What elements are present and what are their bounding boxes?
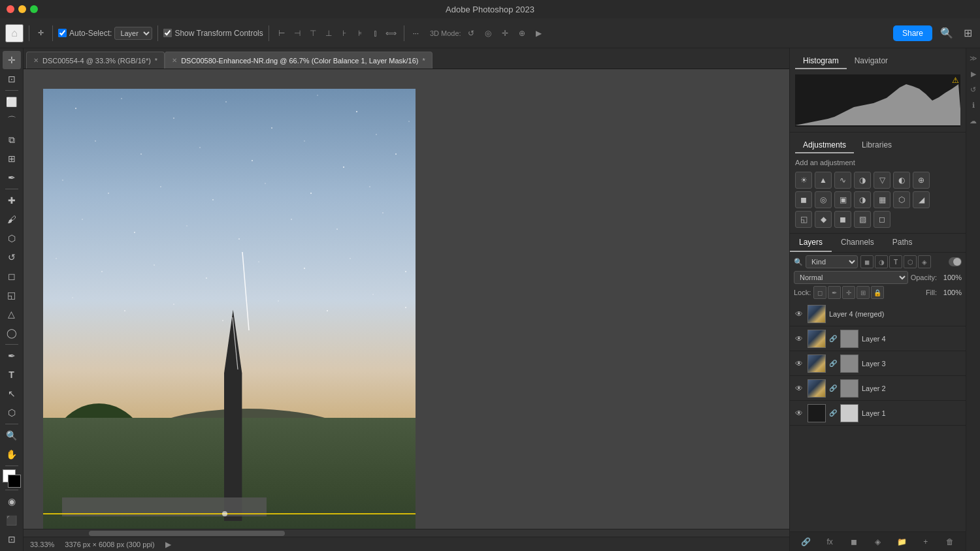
minimize-button[interactable] [18, 5, 26, 13]
layer-eye-layer1[interactable]: 👁 [794, 408, 804, 418]
tab-adjustments[interactable]: Adjustments [795, 138, 854, 153]
black-white-btn[interactable]: ◼ [795, 191, 812, 208]
align-center-v-button[interactable]: ⊦ [337, 26, 351, 40]
hsl-btn[interactable]: ◐ [893, 172, 910, 189]
orbit-3d-button[interactable]: ◎ [481, 26, 495, 40]
filter-kind-select[interactable]: Kind [806, 255, 858, 268]
panel-arrow-button[interactable]: ≫ [968, 52, 979, 64]
layer-eye-layer3[interactable]: 👁 [794, 358, 804, 369]
filter-toggle[interactable] [949, 257, 962, 266]
healing-tool[interactable]: ✚ [3, 191, 21, 210]
shape-tool[interactable]: ⬡ [3, 403, 21, 422]
crop-tool[interactable]: ⊞ [3, 150, 21, 168]
info-strip-btn[interactable]: ℹ [968, 99, 979, 111]
layer-eye-layer4[interactable]: 👁 [794, 334, 804, 344]
tab-navigator[interactable]: Navigator [847, 54, 896, 69]
invert-btn[interactable]: ▦ [874, 191, 890, 208]
status-arrow[interactable]: ▶ [165, 540, 171, 549]
horizontal-scrollbar[interactable] [24, 529, 789, 537]
screen-mode-button[interactable]: ⬛ [3, 511, 21, 529]
move-tool-button[interactable]: ✛ [35, 27, 47, 39]
photo-filter-btn[interactable]: ◎ [815, 191, 832, 208]
window-arrange-button[interactable]: ⊞ [961, 24, 975, 42]
delete-layer-button[interactable]: 🗑 [943, 535, 957, 549]
document-tab-2[interactable]: ✕ DSC00580-Enhanced-NR.dng @ 66.7% (Colo… [165, 52, 433, 69]
text-tool[interactable]: T [3, 366, 21, 384]
canvas-wrapper[interactable] [24, 69, 789, 529]
filter-pixel-btn[interactable]: ◼ [860, 255, 874, 268]
filter-smart-btn[interactable]: ◈ [918, 255, 931, 268]
curves-btn[interactable]: ∿ [834, 172, 851, 189]
color-lookup-btn[interactable]: ◑ [854, 191, 871, 208]
object-select-tool[interactable]: ⧉ [3, 131, 21, 149]
artboard-more-button[interactable]: ⊡ [3, 530, 21, 548]
align-bottom-button[interactable]: ⊧ [353, 26, 367, 40]
lasso-tool[interactable]: ⌒ [3, 112, 21, 130]
filter-type-btn[interactable]: T [889, 255, 902, 268]
path-select-tool[interactable]: ↖ [3, 385, 21, 403]
lock-artboard-btn[interactable]: ⊞ [857, 286, 870, 299]
lock-transparent-btn[interactable]: ◻ [813, 286, 826, 299]
move-tool[interactable]: ✛ [3, 51, 21, 69]
brightness-contrast-btn[interactable]: ☀ [795, 172, 812, 189]
link-layers-button[interactable]: 🔗 [798, 535, 813, 549]
gradient-tool[interactable]: ◱ [3, 286, 21, 304]
layer-item-layer4merged[interactable]: 👁 Layer 4 (merged) [790, 302, 966, 326]
add-mask-button[interactable]: ◼ [847, 535, 861, 549]
maximize-button[interactable] [30, 5, 38, 13]
tab-1-close-icon[interactable]: ✕ [33, 57, 39, 64]
hdr-toning-btn[interactable]: ▧ [854, 211, 871, 228]
layer-item-layer4[interactable]: 👁 🔗 Layer 4 [790, 326, 966, 351]
threshold-btn[interactable]: ◢ [913, 191, 930, 208]
desaturate-btn[interactable]: ◻ [874, 211, 890, 228]
align-left-button[interactable]: ⊢ [274, 26, 289, 40]
blend-mode-select[interactable]: Normal [794, 271, 908, 284]
color-swatches[interactable] [3, 469, 21, 488]
close-button[interactable] [7, 5, 14, 13]
share-button[interactable]: Share [893, 25, 932, 41]
channel-mixer-btn[interactable]: ▣ [834, 191, 851, 208]
lock-position-btn[interactable]: ✛ [842, 286, 855, 299]
tab-2-close-icon[interactable]: ✕ [172, 57, 177, 64]
rotate-3d-button[interactable]: ↺ [464, 26, 478, 40]
new-group-button[interactable]: 📁 [894, 535, 909, 549]
filter-adjustment-btn[interactable]: ◑ [875, 255, 888, 268]
vibrance-btn[interactable]: ▽ [874, 172, 890, 189]
layer-eye-layer2[interactable]: 👁 [794, 383, 804, 394]
eraser-tool[interactable]: ◻ [3, 267, 21, 285]
artboard-tool[interactable]: ⊡ [3, 70, 21, 88]
properties-strip-btn[interactable]: ▶ [968, 68, 979, 80]
distribute-v-button[interactable]: ⟺ [384, 26, 399, 40]
tab-libraries[interactable]: Libraries [854, 138, 900, 153]
distribute-h-button[interactable]: ⫿ [368, 26, 383, 40]
layer-item-layer3[interactable]: 👁 🔗 Layer 3 [790, 351, 966, 376]
blur-tool[interactable]: △ [3, 305, 21, 323]
slide-3d-button[interactable]: ⊕ [515, 26, 529, 40]
scale-3d-button[interactable]: ▶ [532, 26, 546, 40]
align-top-button[interactable]: ⊥ [321, 26, 336, 40]
more-options-button[interactable]: ··· [410, 27, 422, 39]
layer-item-layer1[interactable]: 👁 🔗 Layer 1 [790, 401, 966, 426]
marquee-tool[interactable]: ⬜ [3, 93, 21, 111]
brush-tool[interactable]: 🖌 [3, 210, 21, 228]
transform-controls-checkbox[interactable] [163, 29, 172, 37]
zoom-tool[interactable]: 🔍 [3, 426, 21, 445]
search-button[interactable]: 🔍 [938, 24, 956, 42]
new-layer-button[interactable]: + [919, 535, 933, 549]
gradient-map-btn[interactable]: ◱ [795, 211, 812, 228]
home-button[interactable]: ⌂ [5, 24, 24, 42]
hand-tool[interactable]: ✋ [3, 445, 21, 464]
lock-all-btn[interactable]: 🔒 [871, 286, 884, 299]
tab-histogram[interactable]: Histogram [795, 54, 847, 69]
align-center-h-button[interactable]: ⊣ [290, 26, 304, 40]
tab-channels[interactable]: Channels [832, 234, 883, 252]
filter-shape-btn[interactable]: ⬡ [904, 255, 917, 268]
selective-color-btn[interactable]: ◆ [815, 211, 832, 228]
exposure-btn[interactable]: ◑ [854, 172, 871, 189]
tab-paths[interactable]: Paths [883, 234, 922, 252]
color-balance-btn[interactable]: ⊕ [913, 172, 930, 189]
pen-tool[interactable]: ✒ [3, 347, 21, 365]
align-right-button[interactable]: ⊤ [306, 26, 320, 40]
stamp-tool[interactable]: ⬡ [3, 229, 21, 247]
layer-eye-layer4merged[interactable]: 👁 [794, 309, 804, 319]
